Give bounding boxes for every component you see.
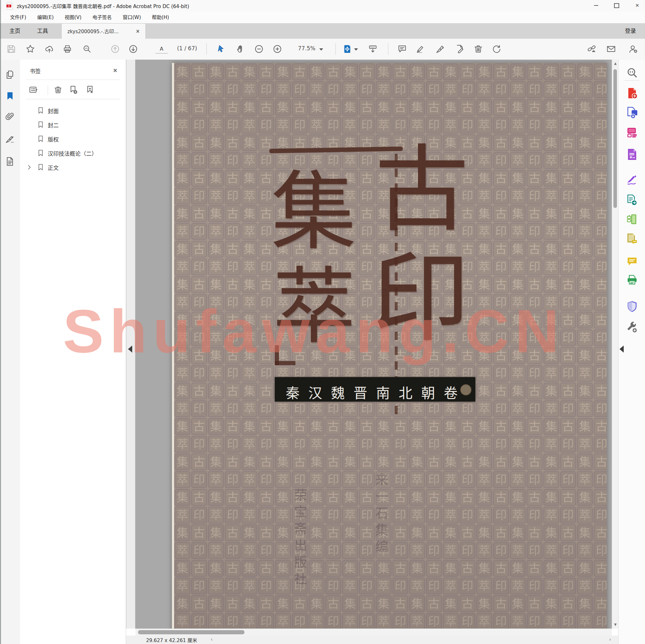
- close-button[interactable]: ✕: [632, 1, 643, 10]
- export-pdf-icon[interactable]: [625, 105, 639, 119]
- comment-tool-icon[interactable]: [625, 254, 639, 269]
- save-icon[interactable]: [5, 43, 18, 55]
- left-navigation-rail: [0, 60, 20, 644]
- star-icon[interactable]: [24, 43, 37, 55]
- collapse-right-panel-icon[interactable]: [620, 346, 624, 353]
- highlighter-icon[interactable]: [414, 43, 427, 55]
- page-thumbnails-icon[interactable]: [4, 68, 16, 81]
- cover-title-char-yin: 印: [372, 249, 470, 347]
- scroll-right-icon[interactable]: ›: [609, 636, 611, 642]
- tab-document[interactable]: zkys2000095.-.古印... ×: [61, 23, 146, 39]
- attachments-paperclip-icon[interactable]: [4, 110, 16, 123]
- comment-icon[interactable]: [396, 43, 409, 55]
- scrolling-mode-icon[interactable]: [366, 43, 379, 55]
- menu-view[interactable]: 视图(V): [59, 12, 87, 23]
- layers-document-icon[interactable]: [4, 155, 16, 168]
- marquee-zoom-icon[interactable]: [625, 66, 639, 80]
- bookmark-item-cover[interactable]: 封面: [20, 103, 126, 118]
- minimize-button[interactable]: [591, 1, 602, 10]
- collapse-left-panel-icon[interactable]: [128, 346, 132, 353]
- bookmark-label: 正文: [48, 164, 59, 172]
- zoom-in-icon[interactable]: [271, 43, 284, 55]
- request-signatures-icon[interactable]: [625, 193, 639, 207]
- add-bookmark-icon[interactable]: [67, 83, 80, 96]
- hand-tool-icon[interactable]: [234, 43, 247, 55]
- fit-dropdown-caret-icon[interactable]: [354, 48, 358, 51]
- print-icon[interactable]: [61, 43, 74, 55]
- fill-sign-pen-icon[interactable]: [625, 173, 639, 187]
- delete-pages-icon[interactable]: [472, 43, 485, 55]
- bookmark-options-icon[interactable]: [27, 83, 40, 96]
- previous-page-icon[interactable]: [109, 43, 122, 55]
- bookmarks-panel-close-icon[interactable]: ×: [111, 66, 119, 74]
- compare-files-icon[interactable]: [625, 232, 639, 246]
- expand-current-bookmark-icon[interactable]: [84, 83, 97, 96]
- pdf-page-cover: 集 古 萃 印 集 萃 古 印 秦汉魏晋南北朝卷 荣宝斋出版社 来一石集编: [172, 63, 607, 629]
- bookmark-item-copyright[interactable]: 版权: [20, 132, 126, 146]
- maximize-button[interactable]: [611, 1, 622, 10]
- share-people-icon[interactable]: [627, 43, 640, 55]
- share-link-icon[interactable]: [585, 43, 598, 55]
- colophon-editor: 来一石集编: [372, 473, 390, 592]
- bookmark-item-han-seal-overview[interactable]: 汉印技法概论（二）: [20, 146, 126, 160]
- signatures-pen-icon[interactable]: [4, 132, 16, 145]
- window-title: zkys2000095.-古印集萃 魏晋南北朝卷.pdf - Adobe Acr…: [17, 3, 189, 9]
- cover-title-char-ji: 集: [271, 169, 356, 255]
- scroll-up-icon[interactable]: ▲: [612, 60, 619, 67]
- fill-sign-form-icon[interactable]: [625, 147, 639, 162]
- cover-title-char-cui: 萃: [272, 265, 356, 348]
- edit-pdf-icon[interactable]: [625, 125, 639, 139]
- login-button[interactable]: 登录: [619, 23, 642, 39]
- menu-help[interactable]: 帮助(H): [147, 12, 175, 23]
- menu-esign[interactable]: 电子签名: [87, 12, 118, 23]
- zoom-level-value[interactable]: 77.5%: [290, 45, 315, 52]
- close-icon: ✕: [635, 3, 640, 8]
- organize-pages-icon[interactable]: [625, 213, 639, 227]
- more-tools-icon[interactable]: [625, 320, 639, 335]
- page-number-input[interactable]: A: [156, 44, 168, 53]
- rotate-ccw-icon[interactable]: [490, 43, 503, 55]
- menu-bar: 文件(F) 编辑(E) 视图(V) 电子签名 窗口(W) 帮助(H): [0, 12, 645, 23]
- tab-home[interactable]: 主页: [3, 23, 27, 39]
- main-toolbar: A (1 / 67) 77.5%: [0, 39, 645, 60]
- horizontal-scroll-thumb[interactable]: [138, 630, 244, 634]
- bookmarks-panel: 书签 × 封面 封二 版权 汉印技法概论（二） 正文: [20, 60, 126, 644]
- delete-bookmark-icon[interactable]: [52, 83, 64, 96]
- fit-page-icon[interactable]: [341, 43, 354, 55]
- bookmarks-panel-title: 书签: [30, 67, 41, 75]
- expand-chevron-icon[interactable]: [26, 165, 32, 170]
- email-icon[interactable]: [605, 43, 618, 55]
- vertical-scroll-thumb[interactable]: [613, 69, 617, 208]
- bookmark-item-main-text[interactable]: 正文: [20, 160, 126, 175]
- sign-pen-icon[interactable]: [434, 43, 447, 55]
- scan-ocr-icon[interactable]: [625, 273, 639, 287]
- edit-page-icon[interactable]: [454, 43, 467, 55]
- tab-close-icon[interactable]: ×: [136, 28, 146, 34]
- tab-tools[interactable]: 工具: [30, 23, 55, 39]
- bookmark-label: 封面: [48, 107, 59, 115]
- select-tool-icon[interactable]: [214, 43, 227, 55]
- protect-shield-icon[interactable]: [625, 299, 639, 314]
- cloud-upload-icon[interactable]: [43, 43, 56, 55]
- panel-toolbar-divider: [48, 85, 48, 95]
- menu-file[interactable]: 文件(F): [5, 12, 32, 23]
- next-page-icon[interactable]: [127, 43, 140, 55]
- horizontal-scrollbar[interactable]: [136, 629, 612, 636]
- create-pdf-icon[interactable]: [625, 86, 639, 100]
- bookmarks-panel-icon[interactable]: [4, 90, 16, 102]
- panel-splitter[interactable]: [126, 60, 136, 629]
- zoom-dropdown-caret-icon[interactable]: [319, 48, 323, 51]
- search-icon[interactable]: [81, 43, 93, 55]
- scroll-left-icon[interactable]: ‹: [211, 636, 213, 642]
- bookmark-item-inside-cover[interactable]: 封二: [20, 118, 126, 132]
- bookmark-label: 版权: [48, 135, 59, 143]
- minimize-icon: [594, 5, 598, 6]
- volume-banner: 秦汉魏晋南北朝卷: [275, 377, 475, 402]
- menu-window[interactable]: 窗口(W): [118, 12, 147, 23]
- menu-edit[interactable]: 编辑(E): [32, 12, 59, 23]
- colophon-publisher: 荣宝斋出版社: [290, 488, 309, 598]
- scroll-down-icon[interactable]: ▼: [612, 621, 619, 628]
- bookmark-ribbon-icon: [37, 149, 44, 157]
- zoom-out-icon[interactable]: [252, 43, 265, 55]
- vertical-scrollbar[interactable]: ▲ ▼: [612, 60, 618, 629]
